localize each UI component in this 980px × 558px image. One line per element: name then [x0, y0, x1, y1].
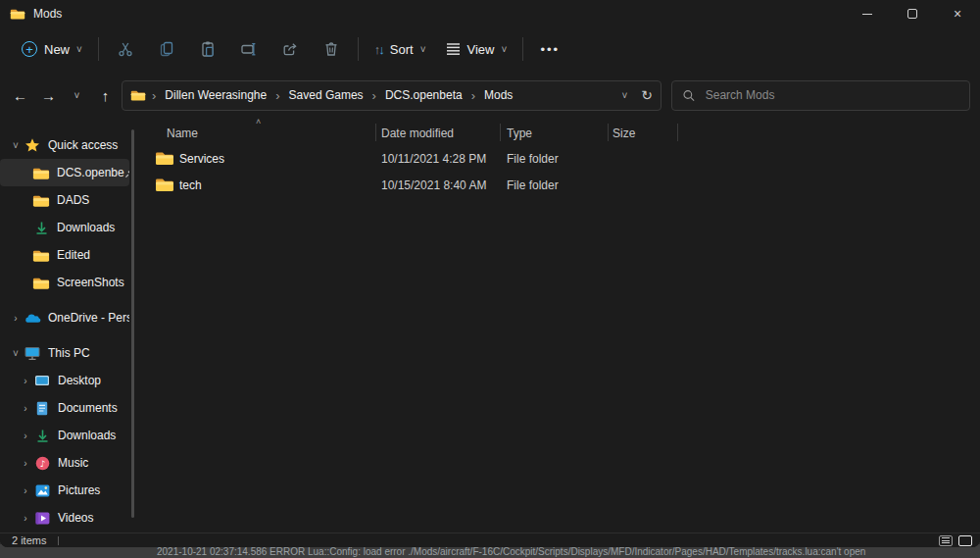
- breadcrumb-item[interactable]: Dillen Weerasinghe: [162, 86, 270, 104]
- chevron-collapsed-icon: ›: [18, 403, 33, 414]
- sidebar-item-label: Edited: [57, 248, 90, 262]
- folder-icon: [32, 166, 50, 180]
- minimize-button[interactable]: [845, 0, 890, 27]
- sidebar-item-dads[interactable]: DADS: [0, 186, 129, 214]
- sidebar-item-pictures[interactable]: › Pictures: [0, 477, 129, 504]
- view-button[interactable]: View ˅: [436, 32, 517, 66]
- close-button[interactable]: ×: [935, 0, 980, 27]
- sidebar-item-label: Music: [58, 456, 88, 470]
- chevron-collapsed-icon: ›: [18, 376, 33, 386]
- sort-button[interactable]: ↑↓ Sort ˅: [365, 32, 436, 66]
- sidebar-item-label: Pictures: [58, 483, 100, 497]
- breadcrumb-bar[interactable]: › Dillen Weerasinghe › Saved Games › DCS…: [122, 80, 662, 111]
- chevron-down-icon: ˅: [74, 90, 80, 101]
- file-type: File folder: [507, 178, 559, 192]
- chevron-collapsed-icon: ›: [18, 513, 33, 524]
- column-separator[interactable]: [608, 124, 609, 141]
- navigation-pane: ˅ Quick access DCS.openbe: [0, 120, 137, 533]
- sidebar-item-downloads-pinned[interactable]: Downloads: [0, 214, 129, 241]
- sidebar-item-documents[interactable]: › Documents: [0, 394, 129, 422]
- up-arrow-icon: ↑: [102, 87, 110, 104]
- sidebar-item-label: Documents: [58, 401, 118, 415]
- toolbar-separator: [98, 37, 99, 61]
- cloud-icon: [24, 312, 41, 324]
- sidebar-item-label: ScreenShots: [57, 276, 124, 289]
- sidebar-item-label: DCS.openbe: [57, 166, 124, 179]
- file-name: tech: [179, 178, 202, 192]
- chevron-collapsed-icon: ›: [18, 431, 33, 441]
- sort-arrows-icon: ↑↓: [374, 42, 383, 57]
- share-button[interactable]: [270, 32, 311, 66]
- column-header-type[interactable]: Type: [507, 127, 532, 140]
- folder-icon: [32, 248, 50, 263]
- file-row-services[interactable]: Services 10/11/2021 4:28 PM File folder: [137, 145, 980, 172]
- status-divider: [58, 536, 59, 545]
- breadcrumb-item[interactable]: Saved Games: [286, 86, 367, 104]
- details-view-icon[interactable]: [939, 535, 953, 546]
- breadcrumb-item[interactable]: Mods: [481, 86, 515, 104]
- sidebar-item-music[interactable]: › ♪ Music: [0, 449, 129, 477]
- close-icon: ×: [954, 7, 961, 21]
- refresh-button[interactable]: ↻: [641, 87, 653, 103]
- column-header-size[interactable]: Size: [612, 127, 635, 140]
- sidebar-item-this-pc[interactable]: ˅ This PC: [0, 339, 129, 367]
- copy-button[interactable]: [146, 32, 187, 66]
- sidebar-item-label: Videos: [58, 511, 93, 525]
- rename-icon: [240, 40, 258, 58]
- delete-button[interactable]: [311, 32, 352, 66]
- chevron-down-icon: ˅: [76, 44, 82, 55]
- sidebar-item-downloads[interactable]: › Downloads: [0, 422, 129, 449]
- chevron-expanded-icon: ˅: [8, 140, 24, 151]
- folder-icon: [10, 7, 25, 21]
- breadcrumb-chevron-icon: ›: [471, 88, 475, 103]
- sidebar-item-desktop[interactable]: › Desktop: [0, 367, 129, 394]
- sidebar-item-videos[interactable]: › Videos: [0, 504, 129, 532]
- file-name: Services: [179, 152, 224, 166]
- chevron-collapsed-icon: ›: [18, 458, 33, 469]
- column-separator[interactable]: [677, 124, 678, 141]
- star-icon: [24, 137, 41, 153]
- sort-button-label: Sort: [390, 42, 414, 57]
- pin-icon: [124, 167, 129, 178]
- sidebar-item-edited[interactable]: Edited: [0, 241, 129, 269]
- sidebar-scrollbar[interactable]: [131, 129, 134, 518]
- sidebar-item-label: This PC: [48, 346, 90, 360]
- rename-button[interactable]: [228, 32, 270, 66]
- breadcrumb-chevron-icon: ›: [275, 88, 279, 103]
- column-header-date-modified[interactable]: Date modified: [381, 127, 454, 140]
- scissors-cut-icon: [117, 40, 134, 58]
- breadcrumb-chevron-icon: ›: [372, 88, 376, 103]
- maximize-button[interactable]: [890, 0, 935, 27]
- file-list-pane: ˄ Name Date modified Type Size Services …: [137, 120, 980, 533]
- large-icons-view-icon[interactable]: [958, 535, 972, 546]
- sidebar-item-dcs-openbeta[interactable]: DCS.openbe: [0, 159, 129, 186]
- cut-button[interactable]: [105, 32, 146, 66]
- minimize-icon: [862, 14, 872, 15]
- forward-button[interactable]: →: [34, 80, 63, 110]
- sidebar-item-screenshots[interactable]: ScreenShots: [0, 269, 129, 296]
- address-dropdown-button[interactable]: ˅: [621, 90, 627, 101]
- search-box[interactable]: [671, 80, 970, 111]
- search-magnifier-icon: [682, 88, 696, 103]
- chevron-collapsed-icon: ›: [18, 485, 33, 496]
- breadcrumb-chevron-icon: ›: [152, 88, 156, 103]
- column-separator[interactable]: [375, 124, 376, 141]
- back-button[interactable]: ←: [6, 80, 34, 110]
- new-button[interactable]: + New ˅: [12, 32, 92, 66]
- share-icon: [281, 40, 299, 58]
- breadcrumb-item[interactable]: DCS.openbeta: [382, 86, 466, 104]
- file-type: File folder: [507, 152, 559, 166]
- file-date-modified: 10/15/2021 8:40 AM: [381, 178, 486, 192]
- sidebar-item-onedrive[interactable]: › OneDrive - Perso: [0, 304, 129, 331]
- file-row-tech[interactable]: tech 10/15/2021 8:40 AM File folder: [137, 172, 980, 198]
- search-input[interactable]: [706, 88, 959, 102]
- column-header-name[interactable]: Name: [167, 127, 198, 140]
- more-options-button[interactable]: •••: [529, 32, 570, 66]
- svg-text:♪: ♪: [39, 459, 45, 469]
- recent-locations-button[interactable]: ˅: [63, 80, 91, 110]
- column-separator[interactable]: [500, 124, 501, 141]
- sidebar-item-quick-access[interactable]: ˅ Quick access: [0, 131, 129, 159]
- paste-button[interactable]: [187, 32, 228, 66]
- items-count: 2 items: [12, 534, 46, 546]
- up-button[interactable]: ↑: [91, 80, 120, 110]
